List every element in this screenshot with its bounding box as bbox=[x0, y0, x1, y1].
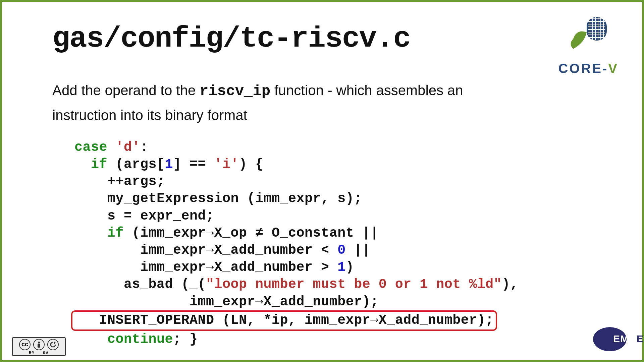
cc-sa-label: SA bbox=[43, 351, 49, 355]
code-block: case 'd': if (args[1] == 'i') { ++args; … bbox=[52, 139, 592, 348]
embecosm-logo: EMBECOSM® bbox=[593, 327, 627, 351]
corev-label: CORE-V bbox=[558, 61, 619, 76]
code-t: INSERT_OPERAND (LN, *ip, imm_expr→X_add_… bbox=[74, 313, 494, 328]
svg-point-15 bbox=[38, 342, 40, 344]
slide-description: Add the operand to the riscv_ip function… bbox=[52, 79, 488, 127]
code-num: 0 bbox=[337, 243, 346, 258]
code-t bbox=[107, 140, 116, 155]
code-t bbox=[74, 226, 107, 241]
code-num: 1 bbox=[337, 260, 346, 275]
code-ch: 'd' bbox=[116, 140, 141, 155]
slide-title: gas/config/tc-riscv.c bbox=[52, 22, 592, 55]
desc-pre: Add the operand to the bbox=[52, 82, 200, 98]
code-t: s = expr_end; bbox=[74, 208, 214, 224]
sa-icon bbox=[47, 339, 59, 350]
code-t: (imm_expr→X_op ≠ O_constant || bbox=[124, 226, 379, 241]
code-t: my_getExpression (imm_expr, s); bbox=[74, 191, 362, 206]
cc-license-badge: cc BY SA bbox=[12, 337, 66, 356]
core-v-icon bbox=[563, 15, 613, 59]
code-kw: if bbox=[91, 157, 107, 172]
code-t: ) bbox=[346, 260, 354, 275]
desc-code: riscv_ip bbox=[200, 83, 270, 100]
code-t bbox=[74, 332, 107, 347]
code-ch: 'i' bbox=[214, 157, 239, 172]
code-t: ] == bbox=[173, 157, 214, 172]
code-t: ++args; bbox=[74, 174, 165, 189]
code-num: 1 bbox=[165, 157, 173, 172]
corev-label-pre: CORE- bbox=[558, 61, 608, 76]
embecosm-label: EMBECOSM® bbox=[613, 333, 644, 345]
slide-content: gas/config/tc-riscv.c Add the operand to… bbox=[2, 2, 642, 348]
code-t: imm_expr→X_add_number > bbox=[74, 260, 337, 275]
code-kw: if bbox=[107, 226, 124, 241]
code-t: ) { bbox=[239, 157, 264, 172]
code-t: imm_expr→X_add_number < bbox=[74, 243, 337, 258]
slide: CORE-V gas/config/tc-riscv.c Add the ope… bbox=[0, 0, 644, 362]
corev-logo: CORE-V bbox=[558, 15, 619, 76]
code-t: as_bad (_( bbox=[74, 277, 206, 292]
cc-icon: cc bbox=[19, 339, 31, 350]
code-t: ), bbox=[502, 277, 518, 292]
code-t: (args[ bbox=[107, 157, 165, 172]
code-kw: continue bbox=[107, 332, 173, 347]
code-t bbox=[74, 157, 91, 172]
corev-label-v: V bbox=[608, 61, 619, 76]
svg-rect-16 bbox=[38, 344, 40, 348]
code-t: imm_expr→X_add_number); bbox=[74, 294, 379, 309]
code-t: : bbox=[140, 140, 149, 155]
cc-by-label: BY bbox=[29, 351, 35, 355]
by-icon bbox=[33, 339, 45, 350]
highlighted-line: INSERT_OPERAND (LN, *ip, imm_expr→X_add_… bbox=[71, 310, 497, 331]
code-str: "loop number must be 0 or 1 not %ld" bbox=[206, 277, 502, 292]
code-kw: case bbox=[74, 140, 107, 155]
code-t: || bbox=[346, 243, 371, 258]
code-t: ; } bbox=[173, 332, 198, 347]
cc-text: cc bbox=[21, 341, 28, 348]
